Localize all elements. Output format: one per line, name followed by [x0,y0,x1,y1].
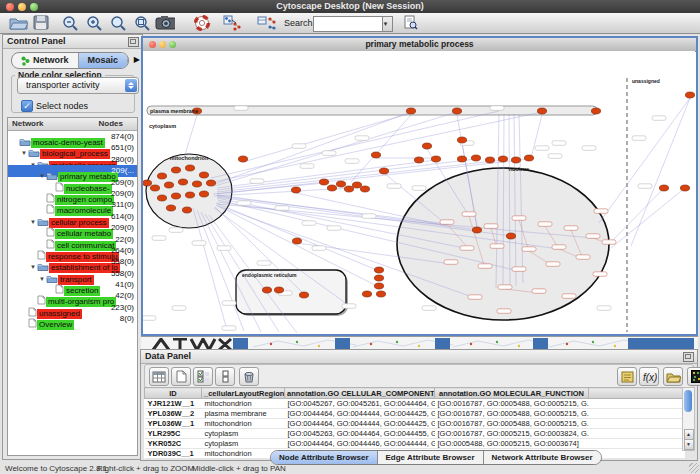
gene-node[interactable] [171,193,180,199]
import-network-icon[interactable] [222,14,242,31]
gene-node[interactable] [157,173,166,179]
gene-node[interactable] [374,275,383,281]
edge[interactable] [531,115,542,158]
gene-node[interactable] [185,165,194,171]
gene-node[interactable] [498,156,507,162]
attribute-matrix-icon[interactable] [687,367,700,386]
search-dropdown-button[interactable]: ▼ [379,16,393,32]
gene-node[interactable] [336,181,345,187]
table-row[interactable]: YLR295Ccytoplasm[GO:0045263, GO:0044464,… [145,429,685,439]
gene-node[interactable] [537,108,546,114]
minimize-network-window-button[interactable] [159,41,166,48]
gene-node[interactable] [562,294,576,299]
gene-node[interactable] [440,220,454,225]
search-input[interactable] [313,16,383,32]
tree-row-mosaic-demo-yeast[interactable]: mosaic-demo-yeast874(0) [8,131,137,142]
tree-row-multi-organism-pro[interactable]: multi-organism pro42(0) [8,290,137,301]
gene-node[interactable] [522,247,536,252]
gene-node[interactable] [511,157,520,163]
gene-node[interactable] [659,185,668,191]
gene-node[interactable] [680,185,689,191]
new-attribute-icon[interactable] [171,367,191,386]
gene-node[interactable] [478,264,492,269]
gene-node[interactable] [299,292,308,298]
table-row[interactable]: YPL036W__1mitochondrion[GO:0044464, GO:0… [145,419,685,429]
tree-row-cellular-process[interactable]: ▼cellular process614(0) [8,211,137,222]
float-data-panel-icon[interactable] [683,352,694,362]
gene-node[interactable] [564,226,578,231]
gene-node[interactable] [546,262,560,267]
tree-row-cellular-metabo[interactable]: cellular metabo209(0) [8,222,137,233]
gene-node[interactable] [457,156,466,162]
edge[interactable] [184,115,197,158]
tab-network-attribute-browser[interactable]: Network Attribute Browser [484,451,601,464]
tree-row-nucleobase-[interactable]: nucleobase-209(0) [8,177,137,188]
table-column-header[interactable]: ID [145,388,202,399]
gene-node[interactable] [552,245,566,250]
gene-node[interactable] [157,195,166,201]
gene-node[interactable] [532,289,546,294]
tree-row-metabolic-process[interactable]: ▼metabolic process280(0) [8,154,137,165]
attribute-table-icon[interactable] [149,367,169,386]
tab-node-attribute-browser[interactable]: Node Attribute Browser [271,451,378,464]
tree-column-network[interactable]: Network [12,119,44,128]
zoom-selected-icon[interactable] [132,14,152,31]
snapshot-icon[interactable] [155,14,175,31]
import-table-icon[interactable] [256,14,276,31]
tab-network[interactable]: Network [12,53,79,68]
float-panel-icon[interactable] [128,37,139,47]
edge[interactable] [599,98,690,223]
gene-node[interactable] [352,182,361,188]
gene-node[interactable] [431,156,440,162]
tree-row-overview[interactable]: Overview8(0) [8,313,137,324]
gene-node[interactable] [150,185,159,191]
gene-node[interactable] [206,180,215,186]
zoom-out-icon[interactable] [60,14,80,31]
notepad-icon[interactable] [617,367,637,386]
open-file-icon[interactable] [8,14,28,31]
select-nodes-checkbox[interactable]: ✓ [21,100,33,112]
gene-node[interactable] [468,295,482,300]
gene-node[interactable] [498,285,512,290]
gene-node[interactable] [376,291,385,297]
gene-node[interactable] [512,216,526,221]
gene-node[interactable] [199,172,208,178]
gene-node[interactable] [460,246,474,251]
tree-row-response-to-stimulu[interactable]: response to stimulu264(0) [8,245,137,256]
gene-node[interactable] [472,227,481,233]
gene-node[interactable] [164,182,173,188]
tab-mosaic[interactable]: Mosaic [79,53,129,68]
table-column-header[interactable]: annotation.GO CELLULAR_COMPONENT [285,388,435,399]
table-row[interactable]: YPL036W__2plasma membrane[GO:0044464, GO… [145,409,685,419]
select-attributes-icon[interactable] [193,367,213,386]
gene-node[interactable] [594,209,608,214]
zoom-fit-icon[interactable] [108,14,128,31]
gene-node[interactable] [185,192,194,198]
network-graph[interactable]: plasma membranecytoplasmmitochondrionnuc… [143,51,695,333]
tree-row-unassigned[interactable]: unassigned223(0) [8,302,137,313]
open-attribute-folder-icon[interactable] [663,367,683,386]
table-column-header[interactable]: annotation.GO MOLECULAR_FUNCTION [435,388,589,399]
gene-node[interactable] [457,137,466,143]
delete-attribute-icon[interactable] [239,367,259,386]
tree-row-biological-process[interactable]: ▼biological_process651(0) [8,142,137,153]
gene-node[interactable] [512,267,526,272]
gene-node[interactable] [292,238,301,244]
resize-grip[interactable] [689,463,699,473]
gene-node[interactable] [360,186,369,192]
help-ring-icon[interactable] [192,14,212,31]
tree-row-primary-metabo[interactable]: ▼primary metabo209(... [8,165,137,176]
gene-node[interactable] [143,180,152,186]
tree-row-cell-communicat[interactable]: cell communicat22(0) [8,234,137,245]
gene-node[interactable] [414,157,423,163]
tab-overflow-arrow[interactable]: ▶ [134,55,140,64]
tree-row-establishment-of-lo[interactable]: ▼establishment of lo558(0) [8,256,137,267]
gene-node[interactable] [291,187,300,193]
edge[interactable] [609,188,664,244]
tree-column-nodes[interactable]: Nodes [99,119,123,128]
tab-edge-attribute-browser[interactable]: Edge Attribute Browser [378,451,484,464]
edge[interactable] [193,208,227,330]
node-color-dropdown[interactable]: transporter activity [17,77,139,94]
tree-row-transport[interactable]: ▼transport558(0) [8,268,137,279]
table-row[interactable]: YKR052Ccytoplasm[GO:0044464, GO:0044446,… [145,439,685,449]
